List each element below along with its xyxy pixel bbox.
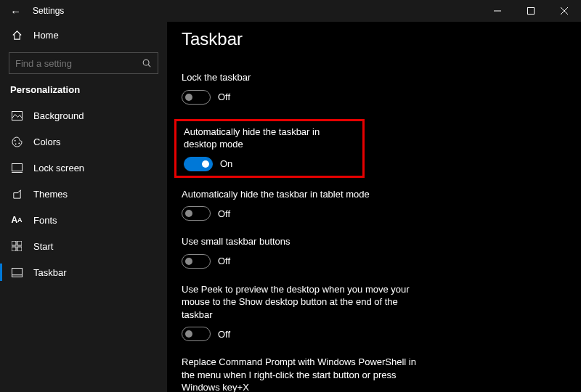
toggle-autohide-desktop[interactable] [184,157,213,171]
content-pane: Taskbar Lock the taskbar Off Automatical… [167,22,581,392]
taskbar-icon [10,268,23,277]
setting-label: Automatically hide the taskbar in tablet… [182,188,428,201]
highlight-box: Automatically hide the taskbar in deskto… [174,119,365,178]
sidebar-item-colors[interactable]: Colors [0,128,167,155]
setting-label: Lock the taskbar [182,71,428,84]
colors-icon [10,136,23,147]
svg-rect-1 [528,8,535,15]
window-title: Settings [33,6,64,16]
toggle-small-buttons[interactable] [182,254,211,269]
window-controls [481,0,581,22]
sidebar-item-background[interactable]: Background [0,102,167,128]
svg-point-8 [15,143,16,144]
toggle-state: Off [218,329,230,340]
close-button[interactable] [548,0,581,22]
sidebar-item-label: Start [33,241,53,252]
maximize-icon [527,7,535,15]
sidebar-item-fonts[interactable]: AA Fonts [0,207,167,233]
lockscreen-icon [10,163,23,173]
search-input[interactable] [9,52,158,74]
settings-window: ← Settings Home [0,0,581,392]
setting-autohide-desktop: Automatically hide the taskbar in deskto… [184,126,355,171]
themes-icon [10,189,23,200]
toggle-autohide-tablet[interactable] [182,206,211,221]
toggle-lock-taskbar[interactable] [182,90,211,105]
search-field[interactable] [15,58,142,69]
setting-small-buttons: Use small taskbar buttons Off [182,235,428,269]
sidebar-item-label: Fonts [33,215,57,226]
setting-label: Use Peek to preview the desktop when you… [182,283,428,322]
setting-label: Automatically hide the taskbar in deskto… [184,126,355,151]
close-icon [561,7,568,15]
category-label: Personalization [0,81,167,102]
sidebar-item-label: Taskbar [33,267,67,278]
search-icon [142,58,152,68]
sidebar-item-label: Colors [33,136,61,147]
toggle-state: Off [218,91,230,102]
toggle-state: On [220,158,232,169]
setting-peek: Use Peek to preview the desktop when you… [182,283,428,342]
home-icon [10,30,23,41]
back-icon[interactable]: ← [10,6,21,17]
minimize-button[interactable] [481,0,514,22]
sidebar-item-taskbar[interactable]: Taskbar [0,259,167,285]
svg-rect-15 [12,247,16,251]
setting-autohide-tablet: Automatically hide the taskbar in tablet… [182,188,428,221]
sidebar-item-home[interactable]: Home [0,22,167,48]
svg-rect-14 [17,241,22,245]
setting-label: Use small taskbar buttons [182,235,428,248]
setting-lock-taskbar: Lock the taskbar Off [182,71,428,105]
svg-line-5 [148,65,150,67]
sidebar-item-label: Themes [33,189,68,200]
sidebar-item-lockscreen[interactable]: Lock screen [0,155,167,181]
svg-rect-17 [12,268,22,277]
toggle-peek[interactable] [182,327,211,341]
sidebar-item-start[interactable]: Start [0,233,167,259]
toggle-state: Off [218,256,230,266]
setting-powershell: Replace Command Prompt with Windows Powe… [182,356,428,392]
sidebar: Home Personalization Background [0,22,167,392]
svg-point-4 [143,60,149,65]
svg-line-12 [17,189,20,192]
svg-rect-16 [17,247,22,251]
fonts-icon: AA [10,215,23,225]
sidebar-item-label: Background [33,110,84,121]
toggle-state: Off [218,208,230,219]
titlebar: ← Settings [0,0,581,22]
sidebar-item-label: Lock screen [33,163,84,173]
page-title: Taskbar [182,29,581,49]
svg-point-9 [18,142,20,144]
minimize-icon [494,7,501,15]
background-icon [10,111,23,121]
start-icon [10,241,23,251]
svg-rect-10 [12,163,22,171]
setting-label: Replace Command Prompt with Windows Powe… [182,356,428,392]
svg-point-7 [14,139,15,141]
svg-rect-13 [12,241,16,245]
maximize-button[interactable] [514,0,548,22]
sidebar-item-label: Home [33,30,59,41]
sidebar-item-themes[interactable]: Themes [0,181,167,207]
